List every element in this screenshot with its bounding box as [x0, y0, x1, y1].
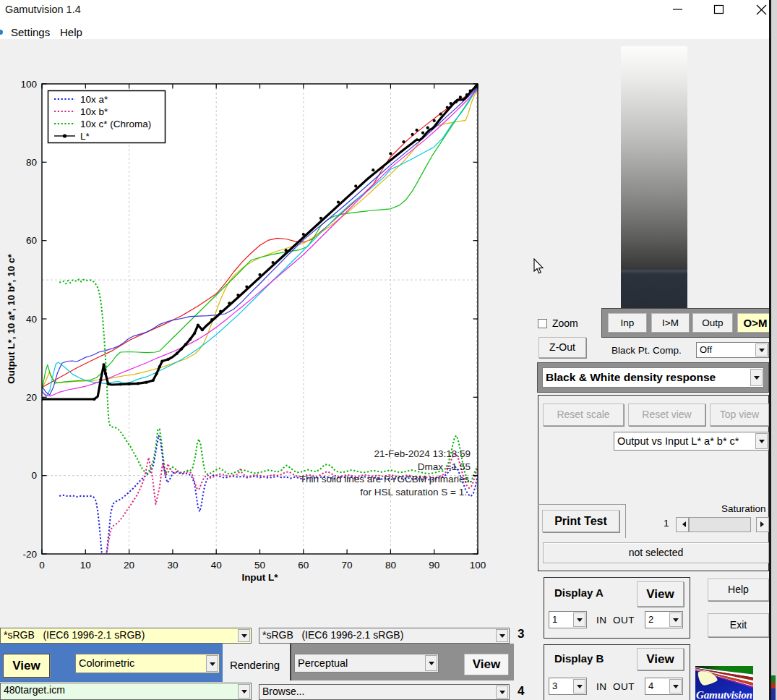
svg-text:-20: -20 — [22, 549, 37, 560]
svg-text:100: 100 — [470, 560, 486, 571]
svg-text:Thin solid lines are RYGCBM pr: Thin solid lines are RYGCBM primaries. — [300, 474, 472, 485]
svg-text:for HSL saturation S = 1.: for HSL saturation S = 1. — [360, 487, 467, 498]
svg-text:50: 50 — [254, 560, 265, 571]
svg-text:40: 40 — [211, 560, 222, 571]
svg-text:Output L*, 10 a*, 10 b*, 10 c*: Output L*, 10 a*, 10 b*, 10 c* — [6, 254, 17, 384]
svg-text:60: 60 — [26, 235, 37, 246]
svg-text:0: 0 — [39, 560, 45, 571]
svg-text:10x c* (Chroma): 10x c* (Chroma) — [80, 119, 151, 129]
svg-text:0: 0 — [31, 470, 37, 481]
svg-text:Input L*: Input L* — [241, 572, 278, 583]
svg-text:90: 90 — [429, 560, 439, 571]
svg-text:60: 60 — [298, 560, 309, 571]
svg-text:10x a*: 10x a* — [80, 94, 108, 105]
svg-text:80: 80 — [385, 560, 396, 571]
svg-text:10: 10 — [80, 560, 91, 571]
svg-text:Dmax =1.55: Dmax =1.55 — [418, 461, 471, 472]
svg-text:10x b*: 10x b* — [80, 106, 108, 117]
svg-text:80: 80 — [26, 157, 37, 168]
svg-text:20: 20 — [124, 560, 134, 571]
svg-text:40: 40 — [26, 314, 37, 325]
svg-text:20: 20 — [26, 392, 37, 403]
svg-text:100: 100 — [20, 79, 37, 90]
svg-text:30: 30 — [167, 560, 178, 571]
svg-text:Gamutvision: Gamutvision — [696, 688, 752, 700]
svg-text:L*: L* — [80, 131, 90, 142]
svg-text:70: 70 — [342, 560, 353, 571]
svg-text:21-Feb-2024 13:18:59: 21-Feb-2024 13:18:59 — [374, 448, 471, 459]
